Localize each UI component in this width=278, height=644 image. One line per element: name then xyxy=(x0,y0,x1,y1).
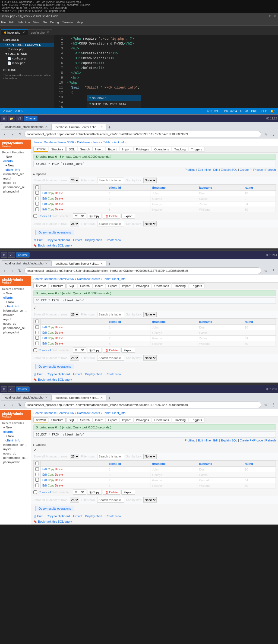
pma-nav-phpmyadmin[interactable]: phpmyadmin xyxy=(0,189,31,194)
toolbar-search-1[interactable]: Search xyxy=(78,147,92,152)
pma-nav-new[interactable]: + New xyxy=(0,154,31,159)
tab-close-2[interactable]: ✕ xyxy=(100,125,103,129)
menu-file[interactable]: File xyxy=(1,21,6,24)
menu-go[interactable]: Go xyxy=(43,21,47,24)
copy-row-btn[interactable]: Copy xyxy=(48,479,54,482)
tab-close-3-1[interactable]: ✕ xyxy=(45,396,48,399)
filter-input-3[interactable] xyxy=(97,454,124,459)
toolbar-privileges-2[interactable]: Privileges xyxy=(134,283,151,288)
toolbar-insert-2[interactable]: Insert xyxy=(93,283,105,288)
edit-row-btn[interactable]: Edit xyxy=(42,479,47,482)
copy-row-btn[interactable]: Copy xyxy=(48,326,54,329)
toolbar-sql-1[interactable]: SQL xyxy=(66,147,77,152)
delete-selected-btn-1[interactable]: 🗑 Delete xyxy=(103,214,120,219)
forward-btn-3[interactable]: › xyxy=(9,402,15,408)
query-results-btn-2[interactable]: Query results operations xyxy=(36,364,74,369)
pma-nav-client-info[interactable]: client_info xyxy=(0,168,31,172)
tab-close-3-2[interactable]: ✕ xyxy=(100,396,103,400)
tab-close-2-2[interactable]: ✕ xyxy=(100,262,103,266)
tab-close-btn[interactable]: ✕ xyxy=(47,31,49,34)
statusbar-errors[interactable]: ⊘ 0 ⚠ 0 xyxy=(15,110,25,113)
edit-row-btn[interactable]: Edit xyxy=(42,342,47,345)
breadcrumb-server-2[interactable]: Server: Database Server:3306 xyxy=(33,277,74,280)
row-check[interactable] xyxy=(34,191,41,196)
check-all-checkbox-1[interactable] xyxy=(33,214,37,218)
edit-row-btn[interactable]: Edit xyxy=(42,484,47,487)
new-tab-btn-2[interactable]: + xyxy=(106,261,112,266)
tab-config-php[interactable]: config.php ✕ xyxy=(28,29,52,35)
taskbar-vscode-btn-2[interactable]: VS xyxy=(8,252,15,258)
edit-link-1[interactable]: Edit xyxy=(213,168,218,171)
breadcrumb-server-1[interactable]: Server: Database Server:3306 xyxy=(33,141,74,144)
display-chart-link-2[interactable]: Display chart xyxy=(85,372,102,376)
statusbar-notifications[interactable]: 🔔 1 xyxy=(270,110,276,113)
col-client-id-3[interactable]: client_id xyxy=(107,461,150,467)
menu-btn-1[interactable]: ⋮ xyxy=(270,131,276,137)
toolbar-tracking-1[interactable]: Tracking xyxy=(172,147,188,152)
col-client-id-2[interactable]: client_id xyxy=(107,319,150,325)
breadcrumb-server-3[interactable]: Server: Database Server:3306 xyxy=(33,411,74,415)
filter-input-2[interactable] xyxy=(97,312,124,317)
copy-row-btn[interactable]: Copy xyxy=(48,468,54,471)
copy-selected-btn-2[interactable]: ⎘ Copy xyxy=(87,348,102,353)
query-results-btn-3[interactable]: Query results operations xyxy=(36,506,74,511)
display-chart-link-3[interactable]: Display chart xyxy=(85,514,102,518)
taskbar-explorer-btn-1[interactable]: 📁 xyxy=(8,116,15,121)
breadcrumb-table-1[interactable]: Table: client_info xyxy=(103,141,125,144)
toolbar-privileges-1[interactable]: Privileges xyxy=(134,147,151,152)
delete-row-btn[interactable]: Delete xyxy=(55,484,63,487)
toolbar-sql-3[interactable]: SQL xyxy=(66,418,77,422)
edit-selected-btn-1[interactable]: ✏ Edit xyxy=(73,213,86,219)
sort-select-1[interactable]: None xyxy=(143,178,157,183)
forward-btn-1[interactable]: › xyxy=(9,131,15,137)
pma-nav-new-2[interactable]: + New xyxy=(0,291,31,295)
edit-row-btn[interactable]: Edit xyxy=(42,208,47,211)
col-lastname-1[interactable]: lastname xyxy=(197,185,243,191)
pma-nav-nosco-3[interactable]: nosco_db xyxy=(0,451,31,456)
menu-debug[interactable]: Debug xyxy=(50,21,59,24)
delete-row-btn[interactable]: Delete xyxy=(55,197,63,200)
copy-row-btn[interactable]: Copy xyxy=(48,197,54,200)
select-all-checkbox-2[interactable] xyxy=(35,320,39,323)
delete-row-btn[interactable]: Delete xyxy=(55,331,63,334)
star-btn-3[interactable]: ☆ xyxy=(263,402,269,408)
col-rating-1[interactable]: rating xyxy=(243,185,276,191)
sort-select-2[interactable]: None xyxy=(143,312,157,317)
bookmark-link-2[interactable]: 🔖 Bookmark this SQL query xyxy=(33,378,72,381)
display-chart-link-1[interactable]: Display chart xyxy=(85,238,102,242)
browser-tab-2-active[interactable]: localhost / Uniform Server / clie... ✕ xyxy=(51,261,106,266)
toolbar-import-1[interactable]: Import xyxy=(120,147,133,152)
rows-select-3[interactable]: 25 xyxy=(70,454,79,459)
toolbar-import-3[interactable]: Import xyxy=(120,418,133,422)
query-results-btn-1[interactable]: Query results operations xyxy=(36,230,74,235)
refresh-btn-2[interactable]: ↻ xyxy=(17,268,23,274)
row-check[interactable] xyxy=(34,483,41,488)
pma-nav-phpmyadmin-2[interactable]: phpmyadmin xyxy=(0,330,31,334)
toolbar-tracking-2[interactable]: Tracking xyxy=(172,283,188,288)
pma-nav-client-info-3[interactable]: client_info xyxy=(0,438,31,443)
copy-row-btn[interactable]: Copy xyxy=(48,331,54,334)
copy-selected-btn-3[interactable]: ⎘ Copy xyxy=(87,490,102,495)
pma-nav-information-schema-2[interactable]: information_schema xyxy=(0,308,31,313)
pma-nav-performance-3[interactable]: performance_schema xyxy=(0,456,31,460)
tab-close-2-1[interactable]: ✕ xyxy=(45,261,48,265)
breadcrumb-table-2[interactable]: Table: client_info xyxy=(103,277,125,280)
create-view-link-1[interactable]: Create view xyxy=(106,238,121,242)
edit-row-btn[interactable]: Edit xyxy=(42,473,47,476)
back-btn-2[interactable]: ‹ xyxy=(2,268,8,274)
toolbar-sql-2[interactable]: SQL xyxy=(66,283,77,288)
filter-input-footer-1[interactable] xyxy=(97,221,124,226)
rows-select-footer-3[interactable]: 25 xyxy=(70,497,79,503)
edit-row-btn[interactable]: Edit xyxy=(42,468,47,471)
rows-select-footer-2[interactable]: 25 xyxy=(70,355,79,361)
filter-input-1[interactable] xyxy=(97,178,124,183)
pma-nav-performance-2[interactable]: performance_schema xyxy=(0,326,31,330)
copy-row-btn[interactable]: Copy xyxy=(48,337,54,340)
pma-nav-clients-new[interactable]: + New xyxy=(0,163,31,168)
toolbar-operations-2[interactable]: Operations xyxy=(152,283,171,288)
breadcrumb-table-3[interactable]: Table: client_info xyxy=(103,411,125,415)
delete-row-btn[interactable]: Delete xyxy=(55,192,63,195)
browser-tab-2-inactive[interactable]: localhost/full_stack/index.php ✕ xyxy=(1,260,51,266)
print-link-2[interactable]: 🖨 Print xyxy=(33,372,43,376)
edit-row-btn[interactable]: Edit xyxy=(42,337,47,340)
